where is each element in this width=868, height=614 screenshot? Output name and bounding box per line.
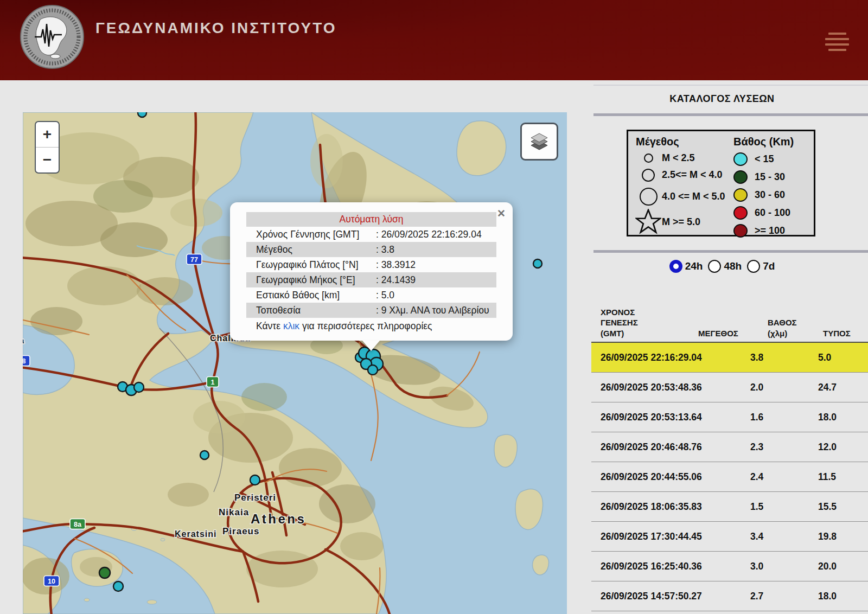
magnitude-legend-title: Μέγεθος [636,136,732,148]
map-canvas: 7718a108 ChalkidaaPeristeriNikaiaAthensK… [23,112,567,614]
magnitude-star-icon [635,209,661,235]
column-header: ΜΕΓΕΘΟΣ [698,328,738,339]
menu-icon[interactable] [825,33,849,51]
time-filter-48h[interactable]: 48h [708,260,742,273]
legend-box: Μέγεθος M < 2.52.5<= M < 4.04.0 <= M < 5… [627,130,815,236]
seismicity-map[interactable]: 7718a108 ChalkidaaPeristeriNikaiaAthensK… [23,112,567,614]
popup-row: Χρόνος Γέννησης [GMT]: 26/09/2025 22:16:… [246,227,496,242]
popup-rows: Χρόνος Γέννησης [GMT]: 26/09/2025 22:16:… [246,227,496,318]
app-header: ΓΕΩΔΥΝΑΜΙΚΟ ΙΝΣΤΙΤΟΥΤΟ [0,0,868,80]
earthquake-row[interactable]: 26/09/2025 17:30:44.453.419.8 [591,522,868,552]
earthquake-marker[interactable] [138,112,146,117]
earthquake-row[interactable]: 26/09/2025 20:53:13.641.618.0 [591,402,868,432]
column-header: ΧΡΟΝΟΣ ΓΕΝΕΣΗΣ (GMT) [601,307,638,339]
popup-row-value: : 26/09/2025 22:16:29.04 [376,227,482,242]
earthquake-row[interactable]: 26/09/2025 20:44:55.062.411.5 [591,462,868,492]
depth-legend-label: >= 100 [755,225,785,236]
popup-row-value: : 24.1439 [376,272,416,287]
earthquake-row[interactable]: 26/09/2025 16:25:40.363.020.0 [591,552,868,581]
earthquake-marker[interactable] [368,365,378,375]
popup-row-value: : 3.8 [376,242,394,257]
event-time: 26/09/2025 16:25:40.36 [601,561,702,572]
divider [593,250,868,253]
site-title: ΓΕΩΔΥΝΑΜΙΚΟ ΙΝΣΤΙΤΟΥΤΟ [95,20,337,37]
event-magnitude: 1.5 [750,501,763,513]
depth-legend-title: Βάθος (Km) [733,136,812,148]
divider [593,113,868,116]
popup-row: Γεωγραφικό Πλάτος [°N]: 38.3912 [246,257,496,272]
event-time: 26/09/2025 14:57:50.27 [601,591,702,602]
popup-row-value: : 9 Χλμ. ΑΝΑ του Αλιβερίου [376,303,489,318]
depth-legend-items: < 1515 - 3030 - 6060 - 100>= 100 [732,150,812,240]
svg-text:8: 8 [23,357,26,365]
menu-bar [828,33,846,35]
event-time: 26/09/2025 20:46:48.76 [601,442,702,453]
depth-legend-item: < 15 [732,150,812,168]
earthquake-marker[interactable] [99,567,110,578]
event-time: 26/09/2025 20:53:48.36 [601,382,702,393]
layers-button[interactable] [520,123,558,161]
earthquake-marker[interactable] [250,475,260,485]
time-filter-7d[interactable]: 7d [747,260,775,273]
earthquake-row[interactable]: 26/09/2025 18:06:35.831.515.5 [591,492,868,522]
magnitude-circle-icon [640,188,658,206]
magnitude-legend-label: M >= 5.0 [662,216,700,228]
islet [147,600,157,604]
earthquake-row[interactable]: 26/09/2025 14:57:50.272.718.0 [591,581,868,611]
popup-row: Γεωγραφικό Μήκος [°E]: 24.1439 [246,272,496,287]
earthquake-marker[interactable] [533,259,542,268]
magnitude-legend-label: 4.0 <= M < 5.0 [662,191,725,202]
depth-color-icon [733,224,748,238]
depth-legend-label: 60 - 100 [755,207,790,219]
popup-title: Αυτόματη λύση [246,212,496,227]
earthquake-row[interactable]: 26/09/2025 22:16:29.043.85.0 [591,343,868,373]
depth-legend-label: 30 - 60 [755,189,785,201]
event-depth: 18.0 [818,412,837,423]
event-magnitude: 2.0 [750,382,763,393]
radio-icon[interactable] [747,260,760,273]
event-depth: 12.0 [818,442,837,453]
popup-tail [362,341,380,351]
svg-text:77: 77 [190,256,198,264]
map-label-athens: Athens [251,511,306,526]
magnitude-legend-item: M < 2.5 [635,150,732,165]
earthquake-row[interactable]: 26/09/2025 20:46:48.762.312.0 [591,432,868,462]
map-label-keratsini: Keratsini [175,529,216,539]
event-time: 26/09/2025 20:44:55.06 [601,471,702,483]
svg-text:10: 10 [48,578,55,585]
details-link[interactable]: κλικ [283,321,299,331]
event-magnitude: 3.8 [750,352,763,363]
event-magnitude: 2.3 [750,442,763,453]
depth-legend-item: 60 - 100 [732,204,812,222]
popup-row: Μέγεθος: 3.8 [246,242,496,257]
radio-icon[interactable] [708,260,721,273]
earthquake-marker[interactable] [200,451,209,459]
earthquake-marker[interactable] [134,382,144,392]
event-popup: ✕ Αυτόματη λύση Χρόνος Γέννησης [GMT]: 2… [230,202,513,341]
depth-legend-item: >= 100 [732,222,812,240]
event-time: 26/09/2025 18:06:35.83 [601,501,702,513]
zoom-out-button[interactable]: − [36,147,59,172]
footer-text: Κάντε [256,321,283,331]
popup-row-value: : 38.3912 [376,257,416,272]
radio-selected-icon[interactable] [669,260,682,273]
column-header: ΒΑΘΟΣ (χλμ) [768,317,797,338]
depth-legend-label: < 15 [755,154,774,165]
menu-bar [828,49,846,51]
popup-row-label: Εστιακό Βάθος [km] [256,290,340,300]
time-filter-label: 24h [685,260,703,272]
earthquake-marker[interactable] [113,581,123,591]
close-icon[interactable]: ✕ [497,207,506,220]
map-label-nikaia: Nikaia [219,507,249,517]
event-magnitude: 2.4 [750,471,763,483]
depth-color-icon [733,170,748,184]
event-time: 26/09/2025 22:16:29.04 [601,352,702,363]
time-filter-24h[interactable]: 24h [669,260,703,273]
popup-row-value: : 5.0 [376,287,394,303]
earthquake-row[interactable]: 26/09/2025 20:53:48.362.024.7 [591,373,868,402]
event-depth: 15.5 [818,501,837,513]
event-time: 26/09/2025 17:30:44.45 [601,531,702,542]
popup-footer: Κάντε κλικ για περισσότερες πληροφορίες [246,318,496,334]
zoom-in-button[interactable]: + [36,122,59,147]
depth-legend: Βάθος (Km) < 1515 - 3030 - 6060 - 100>= … [732,136,812,233]
